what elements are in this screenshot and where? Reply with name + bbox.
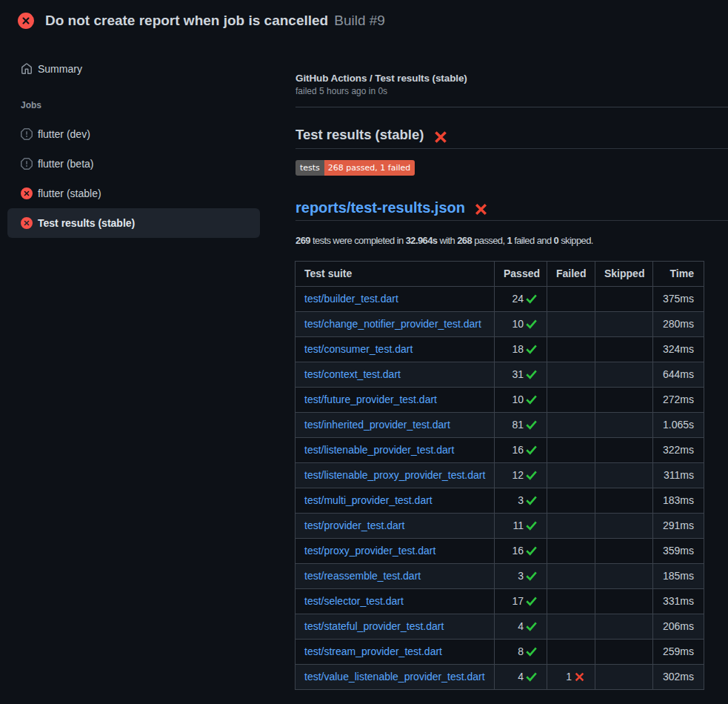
passed-count: 17 <box>512 595 524 607</box>
passed-cell: 3 <box>495 564 547 589</box>
failed-cell <box>547 640 595 665</box>
suite-link[interactable]: test/listenable_provider_test.dart <box>304 444 454 456</box>
failed-cell: 1 <box>547 665 595 690</box>
suite-link[interactable]: test/builder_test.dart <box>304 293 398 305</box>
suite-link[interactable]: test/proxy_provider_test.dart <box>304 545 435 557</box>
sidebar-item-summary[interactable]: Summary <box>7 56 260 82</box>
skipped-cell <box>595 640 653 665</box>
suite-link[interactable]: test/inherited_provider_test.dart <box>304 419 450 431</box>
table-row: test/value_listenable_provider_test.dart… <box>295 665 704 690</box>
suite-link[interactable]: test/value_listenable_provider_test.dart <box>304 671 485 683</box>
sidebar-job-label: flutter (stable) <box>38 187 101 199</box>
suite-link[interactable]: test/stateful_provider_test.dart <box>304 620 444 632</box>
sidebar-job-item[interactable]: Test results (stable) <box>7 208 260 238</box>
suite-link[interactable]: test/selector_test.dart <box>304 595 404 607</box>
passed-cell: 8 <box>495 640 547 665</box>
passed-cell: 3 <box>495 488 547 514</box>
passed-count: 4 <box>518 620 524 632</box>
run-title: Do not create report when job is cancell… <box>45 13 328 29</box>
failed-cell <box>547 312 595 337</box>
tests-badge-label: tests <box>295 160 324 176</box>
suite-link[interactable]: test/multi_provider_test.dart <box>304 494 433 506</box>
x-circle-fill-icon <box>21 187 33 199</box>
time-cell: 291ms <box>653 514 704 539</box>
failed-cell <box>547 413 595 438</box>
tests-badge: tests 268 passed, 1 failed <box>295 160 415 176</box>
passed-cell: 81 <box>495 413 547 438</box>
suite-cell: test/change_notifier_provider_test.dart <box>295 312 495 337</box>
time-cell: 183ms <box>653 488 704 514</box>
check-mark-icon <box>526 495 537 506</box>
skipped-cell <box>595 388 653 413</box>
suite-link[interactable]: test/provider_test.dart <box>304 519 404 531</box>
suite-cell: test/consumer_test.dart <box>295 337 495 362</box>
check-meta: failed 5 hours ago in 0s <box>295 85 387 98</box>
suite-link[interactable]: test/context_test.dart <box>304 368 401 380</box>
failed-cell <box>547 362 595 388</box>
failed-cell <box>547 438 595 463</box>
sidebar-job-item[interactable]: flutter (dev) <box>7 119 260 149</box>
check-mark-icon <box>526 394 537 405</box>
time-cell: 280ms <box>653 312 704 337</box>
cross-mark-icon <box>433 129 449 145</box>
sidebar-summary-label: Summary <box>38 63 82 75</box>
table-row: test/listenable_provider_test.dart16322m… <box>295 438 704 463</box>
column-header-failed: Failed <box>547 261 595 287</box>
skipped-cell <box>595 564 653 589</box>
cross-mark-icon <box>574 671 585 683</box>
skipped-cell <box>595 413 653 438</box>
check-mark-icon <box>526 470 537 481</box>
failed-cell <box>547 488 595 514</box>
passed-count: 10 <box>512 318 524 330</box>
passed-cell: 18 <box>495 337 547 362</box>
sidebar-job-item[interactable]: flutter (stable) <box>7 179 260 208</box>
skipped-cell <box>595 614 653 640</box>
time-cell: 375ms <box>653 287 704 312</box>
passed-cell: 12 <box>495 463 547 488</box>
suite-cell: test/stream_provider_test.dart <box>295 640 495 665</box>
check-mark-icon <box>526 596 537 607</box>
passed-cell: 16 <box>495 438 547 463</box>
time-cell: 272ms <box>653 388 704 413</box>
passed-count: 16 <box>512 545 524 557</box>
check-mark-icon <box>526 646 537 657</box>
suite-cell: test/inherited_provider_test.dart <box>295 413 495 438</box>
time-cell: 206ms <box>653 614 704 640</box>
skipped-cell <box>595 362 653 388</box>
skipped-cell <box>595 287 653 312</box>
skipped-cell <box>595 488 653 514</box>
column-header-test-suite: Test suite <box>295 261 495 287</box>
suite-cell: test/context_test.dart <box>295 362 495 388</box>
suite-cell: test/listenable_provider_test.dart <box>295 438 495 463</box>
sidebar-job-item[interactable]: flutter (beta) <box>7 149 260 179</box>
suite-cell: test/proxy_provider_test.dart <box>295 539 495 564</box>
failed-cell <box>547 463 595 488</box>
suite-link[interactable]: test/consumer_test.dart <box>304 343 413 355</box>
suite-link[interactable]: test/reassemble_test.dart <box>304 570 421 582</box>
suite-link[interactable]: test/stream_provider_test.dart <box>304 645 442 657</box>
sidebar-job-label: flutter (beta) <box>38 158 93 170</box>
suite-link[interactable]: test/change_notifier_provider_test.dart <box>304 318 481 330</box>
home-icon <box>21 63 33 75</box>
sidebar-job-label: flutter (dev) <box>38 128 90 140</box>
column-header-skipped: Skipped <box>595 261 653 287</box>
report-heading-border <box>295 220 728 221</box>
report-heading-link[interactable]: reports/test-results.json <box>295 199 465 216</box>
check-mark-icon <box>526 671 537 683</box>
check-breadcrumb[interactable]: GitHub Actions / Test results (stable) <box>295 71 467 85</box>
table-row: test/proxy_provider_test.dart16359ms <box>295 539 704 564</box>
suite-link[interactable]: test/future_provider_test.dart <box>304 393 437 405</box>
check-mark-icon <box>526 545 537 557</box>
time-cell: 644ms <box>653 362 704 388</box>
suite-link[interactable]: test/listenable_proxy_provider_test.dart <box>304 469 485 481</box>
passed-count: 11 <box>512 519 524 531</box>
check-title: Test results (stable) <box>295 127 424 143</box>
actions-run-page: { "colors": { "background": "#0d1117", "… <box>0 0 728 704</box>
table-row: test/stateful_provider_test.dart4206ms <box>295 614 704 640</box>
failed-cell <box>547 388 595 413</box>
header-divider <box>295 107 728 107</box>
passed-cell: 17 <box>495 589 547 614</box>
passed-count: 4 <box>518 671 524 683</box>
table-row: test/reassemble_test.dart3185ms <box>295 564 704 589</box>
suite-cell: test/future_provider_test.dart <box>295 388 495 413</box>
